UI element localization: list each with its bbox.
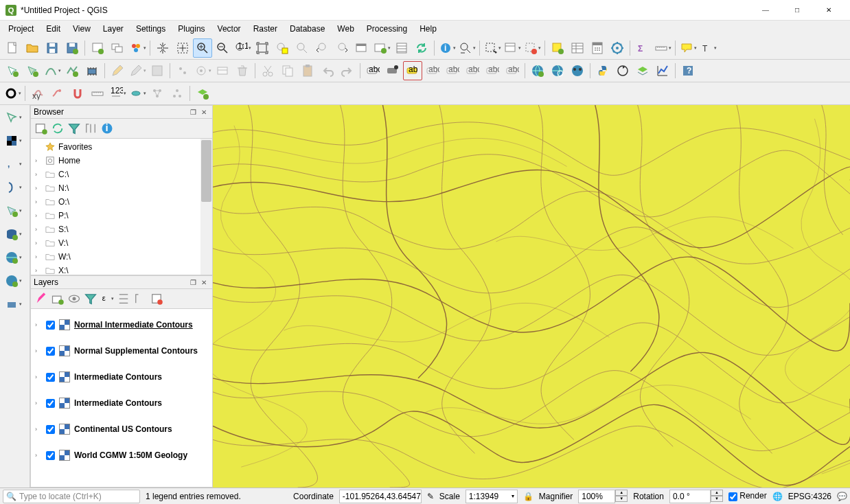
text-annotation-button[interactable]: T [698, 38, 717, 58]
browser-refresh-button[interactable] [50, 121, 65, 136]
layer-item[interactable]: ›Continental US Contours [31, 416, 212, 442]
layers-panel-header[interactable]: Layers ❐ ✕ [30, 275, 213, 289]
zoom-native-button[interactable]: 1:1 [233, 38, 252, 58]
menu-settings[interactable]: Settings [130, 22, 171, 36]
close-button[interactable]: ✕ [813, 0, 845, 21]
new-geopackage-button[interactable] [43, 61, 62, 80]
layers-close-icon[interactable]: ✕ [198, 277, 209, 288]
copy-button[interactable] [278, 61, 297, 80]
deselect-button[interactable] [522, 38, 542, 58]
layers-remove-button[interactable] [149, 291, 164, 306]
label-pin-button[interactable] [383, 61, 402, 80]
render-checkbox[interactable]: Render [728, 491, 767, 501]
zoom-in-button[interactable] [193, 38, 212, 58]
menu-web[interactable]: Web [332, 22, 359, 36]
browser-item[interactable]: ›O:\ [31, 195, 212, 209]
scale-field[interactable]: 1:13949▾ [466, 490, 518, 503]
layers-collapse-button[interactable] [133, 291, 148, 306]
add-spatialite-button[interactable] [1, 178, 25, 197]
rotation-spinner[interactable]: ▲▼ [711, 490, 723, 503]
plugin-reload-button[interactable] [613, 61, 632, 80]
node-tool-button[interactable] [148, 84, 167, 103]
delete-selected-button[interactable] [233, 61, 252, 80]
menu-raster[interactable]: Raster [248, 22, 283, 36]
add-feature-button[interactable] [173, 61, 192, 80]
coordinate-field[interactable]: -101.95264,43.64547 [339, 490, 422, 503]
layers-visibility-button[interactable] [67, 291, 82, 306]
menu-view[interactable]: View [67, 22, 96, 36]
measure-button[interactable] [457, 38, 476, 58]
digitize-123-button[interactable]: 123 [108, 84, 127, 103]
new-project-button[interactable] [3, 38, 22, 58]
label-tool-7[interactable]: abc [483, 61, 502, 80]
layers-tree[interactable]: ›Normal Intermediate Contours›Normal Sup… [30, 308, 213, 488]
layout-manager-button[interactable] [108, 38, 127, 58]
enable-tracing-button[interactable]: xy [28, 84, 47, 103]
measure-line-button[interactable] [653, 38, 672, 58]
map-canvas[interactable] [213, 105, 850, 488]
menu-layer[interactable]: Layer [97, 22, 129, 36]
osm-download-button[interactable] [548, 61, 567, 80]
browser-item[interactable]: ›W:\ [31, 250, 212, 264]
menu-database[interactable]: Database [284, 22, 330, 36]
browser-tree[interactable]: Favorites›Home›C:\›N:\›O:\›P:\›S:\›V:\›W… [30, 138, 213, 275]
add-vector-layer-button[interactable] [1, 108, 25, 127]
new-bookmark-button[interactable] [372, 38, 391, 58]
browser-item[interactable]: ›V:\ [31, 236, 212, 250]
browser-panel-header[interactable]: Browser ❐ ✕ [30, 105, 213, 119]
layer-visibility-checkbox[interactable] [46, 321, 55, 330]
modify-attrs-button[interactable] [213, 61, 232, 80]
add-georef-button[interactable] [193, 84, 212, 103]
browser-undock-icon[interactable]: ❐ [187, 106, 198, 117]
pan-selection-button[interactable] [173, 38, 192, 58]
open-project-button[interactable] [23, 38, 42, 58]
label-tool-5[interactable]: abc [443, 61, 462, 80]
browser-properties-button[interactable]: i [100, 121, 115, 136]
maptips-button[interactable] [678, 38, 698, 58]
zoom-last-button[interactable] [312, 38, 332, 58]
zoom-layer-button[interactable] [292, 38, 312, 58]
new-layer-note-button[interactable] [548, 38, 567, 58]
plugin-layer-button[interactable] [633, 61, 652, 80]
attributes-table-button[interactable] [568, 38, 587, 58]
layers-add-group-button[interactable] [50, 291, 65, 306]
topology-button[interactable] [128, 84, 147, 103]
layer-visibility-checkbox[interactable] [46, 399, 55, 408]
label-tool-6[interactable]: abc [463, 61, 482, 80]
snapping-button[interactable] [68, 84, 87, 103]
new-virtual-button[interactable] [82, 61, 102, 80]
layer-item[interactable]: ›World CGMW 1:50M Geology [31, 442, 212, 468]
plugin-chart-button[interactable] [653, 61, 672, 80]
menu-edit[interactable]: Edit [41, 22, 66, 36]
identify-button[interactable]: i [437, 38, 457, 58]
lock-scale-icon[interactable]: 🔒 [523, 492, 533, 501]
redo-button[interactable] [338, 61, 357, 80]
field-calc-button[interactable] [588, 38, 607, 58]
crs-icon[interactable]: 🌐 [772, 492, 783, 501]
new-vector-button[interactable] [3, 61, 22, 80]
rotation-field[interactable]: 0.0 ° [669, 490, 711, 503]
save-project-button[interactable] [43, 38, 62, 58]
vertex-tool-button[interactable] [193, 61, 212, 80]
minimize-button[interactable]: — [750, 0, 781, 21]
add-raster-layer-button[interactable] [1, 131, 25, 150]
browser-item[interactable]: ›C:\ [31, 168, 212, 181]
browser-item[interactable]: ›X:\ [31, 264, 212, 275]
messages-icon[interactable]: 💬 [837, 492, 847, 501]
add-postgis-button[interactable] [1, 225, 25, 244]
menu-processing[interactable]: Processing [361, 22, 413, 36]
save-as-button[interactable] [62, 38, 82, 58]
magnifier-field[interactable]: 100% [578, 490, 615, 503]
stats-button[interactable]: Σ [633, 38, 652, 58]
menu-vector[interactable]: Vector [212, 22, 246, 36]
save-edits-button[interactable] [148, 61, 167, 80]
magnifier-spinner[interactable]: ▲▼ [615, 490, 628, 503]
toolbox-button[interactable] [608, 38, 627, 58]
add-virtual-layer-button[interactable] [1, 201, 25, 220]
new-shapefile-button[interactable] [23, 61, 42, 80]
menu-project[interactable]: Project [3, 22, 39, 36]
layers-undock-icon[interactable]: ❐ [187, 277, 198, 288]
label-tool-1[interactable]: abc [363, 61, 382, 80]
crs-button[interactable]: EPSG:4326 [788, 492, 831, 501]
trace-button[interactable] [48, 84, 67, 103]
